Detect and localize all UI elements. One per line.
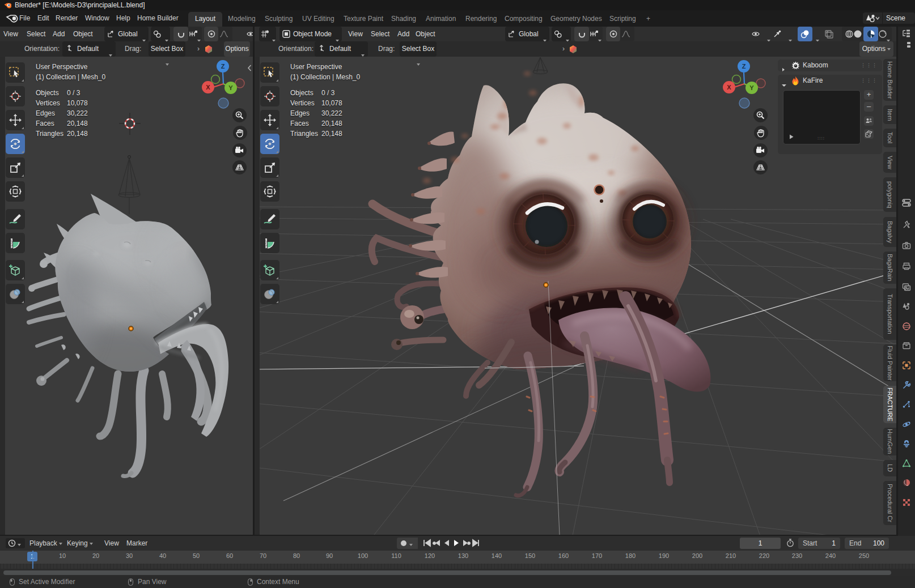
svg-text:Z: Z [221,63,225,70]
svg-text:X: X [206,84,210,91]
svg-text:Y: Y [228,84,233,91]
svg-text:Y: Y [749,84,754,91]
svg-text:Z: Z [742,63,746,70]
svg-text:X: X [727,84,731,91]
